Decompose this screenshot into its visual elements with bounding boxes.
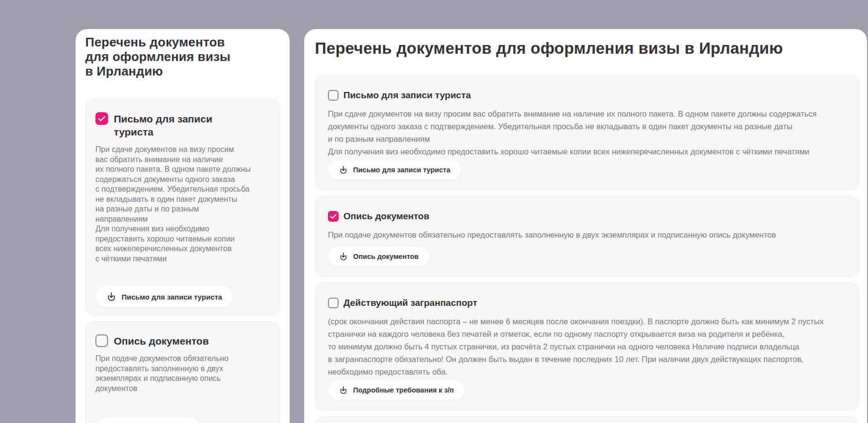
checkbox-unchecked[interactable] bbox=[95, 334, 108, 347]
card-description: При подаче документов обязательно предос… bbox=[95, 354, 270, 393]
checkbox-checked[interactable] bbox=[328, 211, 339, 222]
card-title: Письмо для записи туриста bbox=[343, 90, 471, 101]
card-header: Письмо для записи туриста bbox=[328, 90, 846, 101]
card-description: (срок окончания действия паспорта – не м… bbox=[328, 315, 846, 378]
download-button[interactable]: Опись документов bbox=[328, 247, 429, 266]
download-icon bbox=[339, 385, 348, 395]
sidebar-title: Перечень документов для оформления визы … bbox=[85, 35, 280, 78]
button-row: Письмо для записи туриста bbox=[328, 160, 846, 180]
download-button[interactable]: Опись документов bbox=[95, 418, 200, 423]
sidebar-card-document-list: Опись документов При подаче документов о… bbox=[85, 321, 280, 423]
button-row: Письмо для записи туриста bbox=[95, 286, 270, 307]
card-header: Письмо для записи туриста bbox=[95, 112, 270, 138]
main-card-document-list: Опись документов При подаче документов о… bbox=[315, 196, 859, 277]
checkbox-unchecked[interactable] bbox=[328, 90, 339, 101]
download-button-label: Письмо для записи туриста bbox=[122, 293, 222, 301]
main-card-passport: Действующий загранпаспорт (срок окончани… bbox=[315, 283, 859, 410]
download-icon bbox=[339, 252, 348, 261]
download-icon bbox=[339, 165, 348, 175]
sidebar-card-tourist-letter: Письмо для записи туриста При сдаче доку… bbox=[85, 99, 280, 316]
button-row: Опись документов bbox=[328, 247, 846, 266]
checkbox-checked[interactable] bbox=[95, 112, 108, 125]
card-description: При подаче документов обязательно предос… bbox=[328, 228, 846, 241]
page-title: Перечень документов для оформления визы … bbox=[315, 40, 859, 57]
download-button[interactable]: Подробные требования к з/п bbox=[328, 380, 465, 400]
download-icon bbox=[106, 291, 117, 302]
main-card-tourist-letter: Письмо для записи туриста При сдаче доку… bbox=[315, 75, 859, 190]
checklist-sidebar-panel: Перечень документов для оформления визы … bbox=[76, 29, 290, 423]
download-button-label: Письмо для записи туриста bbox=[353, 166, 450, 174]
download-button[interactable]: Письмо для записи туриста bbox=[328, 160, 461, 180]
card-title: Опись документов bbox=[114, 334, 209, 347]
checkbox-unchecked[interactable] bbox=[328, 298, 339, 308]
card-description: При сдаче документов на визу просим вас … bbox=[95, 145, 270, 264]
button-row: Подробные требования к з/п bbox=[328, 380, 846, 400]
card-header: Опись документов bbox=[328, 211, 846, 222]
button-row: Опись документов bbox=[95, 418, 270, 423]
card-title: Действующий загранпаспорт bbox=[343, 297, 477, 309]
download-button[interactable]: Письмо для записи туриста bbox=[95, 286, 233, 307]
download-button-label: Подробные требования к з/п bbox=[353, 386, 454, 394]
checklist-main-panel: Перечень документов для оформления визы … bbox=[304, 29, 867, 423]
card-title: Опись документов bbox=[343, 211, 429, 222]
card-title: Письмо для записи туриста bbox=[114, 112, 212, 138]
download-button-label: Опись документов bbox=[353, 253, 418, 260]
card-header: Опись документов bbox=[95, 334, 270, 347]
card-header: Действующий загранпаспорт bbox=[328, 297, 846, 309]
main-card-partial bbox=[315, 416, 859, 423]
card-description: При сдаче документов на визу просим вас … bbox=[328, 107, 846, 158]
